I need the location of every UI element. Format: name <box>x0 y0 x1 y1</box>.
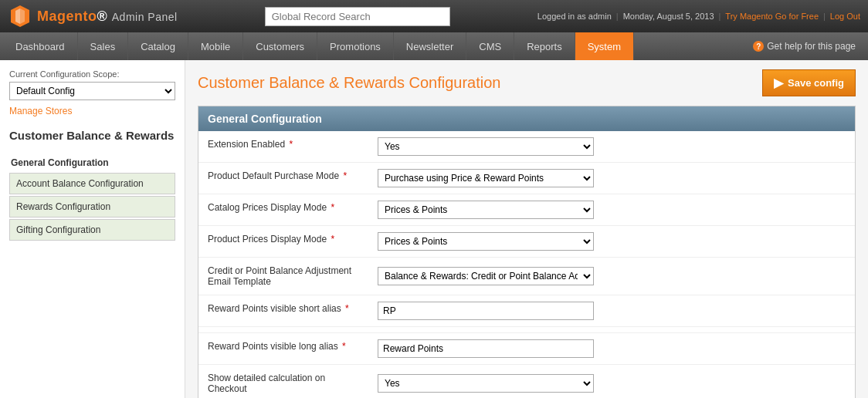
magento-logo-icon <box>8 4 32 29</box>
nav-item-sales[interactable]: Sales <box>78 32 129 60</box>
field-value: Prices & Points Prices only Points only <box>368 226 855 258</box>
nav-item-catalog[interactable]: Catalog <box>128 32 188 60</box>
date-info: Monday, August 5, 2013 <box>623 12 714 21</box>
logout-link[interactable]: Log Out <box>830 12 860 21</box>
header-right: Logged in as admin | Monday, August 5, 2… <box>537 12 860 21</box>
sidebar-item-gifting[interactable]: Gifting Configuration <box>9 219 175 241</box>
field-value: YesNo <box>368 365 855 399</box>
save-btn-label: Save config <box>788 77 844 89</box>
field-label: Product Default Purchase Mode * <box>198 163 368 194</box>
save-config-button[interactable]: ▶ Save config <box>762 69 856 96</box>
field-value: Balance & Rewards: Credit or Point Balan… <box>368 258 855 295</box>
table-row: Show detailed calculation on Checkout Ye… <box>198 365 855 399</box>
product-prices-display-mode-select[interactable]: Prices & Points Prices only Points only <box>378 232 594 251</box>
reward-points-long-alias-input[interactable] <box>378 339 594 358</box>
field-label: Credit or Point Balance Adjustment Email… <box>198 258 368 295</box>
try-link[interactable]: Try Magento Go for Free <box>725 12 819 21</box>
config-table: Extension Enabled * YesNo Product Defaul… <box>198 131 855 398</box>
search-input[interactable] <box>265 7 450 26</box>
field-value <box>368 295 855 327</box>
reward-points-short-alias-input[interactable] <box>378 302 594 320</box>
header: Magento® Admin Panel Logged in as admin … <box>0 0 868 32</box>
credit-point-balance-email-select[interactable]: Balance & Rewards: Credit or Point Balan… <box>378 267 594 285</box>
product-default-purchase-mode-select[interactable]: Purchase using Price & Reward Points Pur… <box>378 169 594 187</box>
user-info: Logged in as admin <box>537 12 612 21</box>
catalog-prices-display-mode-select[interactable]: Prices & Points Prices only Points only <box>378 201 594 219</box>
field-label: Product Prices Display Mode * <box>198 226 368 258</box>
field-label: Catalog Prices Display Mode * <box>198 194 368 226</box>
table-row: Catalog Prices Display Mode * Prices & P… <box>198 194 855 226</box>
field-value: Prices & Points Prices only Points only <box>368 194 855 226</box>
sidebar-item-rewards[interactable]: Rewards Configuration <box>9 196 175 218</box>
logo-text: Magento® Admin Panel <box>37 8 178 25</box>
nav-item-promotions[interactable]: Promotions <box>317 32 394 60</box>
show-detailed-calculation-select[interactable]: YesNo <box>378 374 594 393</box>
nav-item-cms[interactable]: CMS <box>466 32 514 60</box>
nav-spacer <box>634 32 744 60</box>
sidebar-item-account-balance[interactable]: Account Balance Configuration <box>9 173 175 194</box>
field-value <box>368 333 855 365</box>
nav-item-newsletter[interactable]: Newsletter <box>394 32 466 60</box>
svg-marker-1 <box>15 8 20 24</box>
table-row: Product Prices Display Mode * Prices & P… <box>198 226 855 258</box>
search-bar <box>178 7 537 26</box>
help-label: Get help for this page <box>767 41 856 52</box>
scope-label: Current Configuration Scope: <box>9 69 175 79</box>
config-panel: General Configuration Extension Enabled … <box>198 106 856 398</box>
table-row <box>198 327 855 333</box>
extension-enabled-select[interactable]: YesNo <box>378 137 594 156</box>
scope-select[interactable]: Default Config <box>9 82 175 100</box>
sidebar: Current Configuration Scope: Default Con… <box>0 60 185 398</box>
config-panel-header: General Configuration <box>198 106 855 131</box>
sidebar-section-header: General Configuration <box>9 154 175 171</box>
table-row: Credit or Point Balance Adjustment Email… <box>198 258 855 295</box>
field-label: Show detailed calculation on Checkout <box>198 365 368 399</box>
logo-area: Magento® Admin Panel <box>8 4 178 29</box>
page-title: Customer Balance & Rewards Configuration <box>198 74 500 92</box>
sidebar-section-title: Customer Balance & Rewards <box>9 129 175 147</box>
main-nav: Dashboard Sales Catalog Mobile Customers… <box>0 32 868 60</box>
svg-marker-2 <box>20 8 25 24</box>
nav-item-dashboard[interactable]: Dashboard <box>3 32 78 60</box>
table-row: Reward Points visible short alias * <box>198 295 855 327</box>
nav-item-mobile[interactable]: Mobile <box>188 32 243 60</box>
nav-item-system[interactable]: System <box>575 32 634 60</box>
manage-stores-link[interactable]: Manage Stores <box>9 106 72 116</box>
field-value: Purchase using Price & Reward Points Pur… <box>368 163 855 194</box>
field-label: Extension Enabled * <box>198 131 368 163</box>
table-row: Extension Enabled * YesNo <box>198 131 855 163</box>
nav-item-reports[interactable]: Reports <box>514 32 575 60</box>
nav-item-customers[interactable]: Customers <box>243 32 317 60</box>
help-icon: ? <box>753 41 764 52</box>
help-link[interactable]: ? Get help for this page <box>744 32 865 60</box>
table-row: Product Default Purchase Mode * Purchase… <box>198 163 855 194</box>
field-value: YesNo <box>368 131 855 163</box>
field-label: Reward Points visible short alias * <box>198 295 368 327</box>
content-header: Customer Balance & Rewards Configuration… <box>198 69 856 96</box>
content-area: Customer Balance & Rewards Configuration… <box>185 60 868 398</box>
table-row: Reward Points visible long alias * <box>198 333 855 365</box>
field-label: Reward Points visible long alias * <box>198 333 368 365</box>
main-layout: Current Configuration Scope: Default Con… <box>0 60 868 398</box>
save-icon: ▶ <box>774 76 783 90</box>
